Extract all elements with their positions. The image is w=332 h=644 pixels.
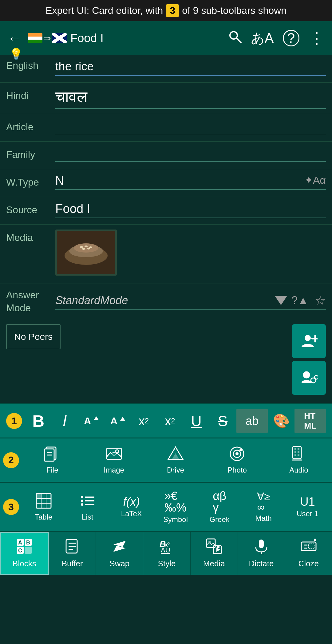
blocks-icon: A B C [16,538,32,556]
math-label: Math [255,514,272,523]
menu-icon[interactable]: ⋮ [309,29,325,47]
photo-button[interactable]: Photo [207,443,267,477]
svg-point-14 [303,372,310,378]
hindi-input[interactable]: चावल [55,88,326,109]
table-button[interactable]: Table [22,490,65,524]
toolbar3-row: 3 Table [0,483,332,531]
svg-rect-42 [298,454,299,456]
media-field-row: Media [0,225,332,284]
swap-button[interactable]: Swap [96,532,143,575]
file-label: File [46,466,58,474]
source-field-row: Source Food I [0,197,332,225]
cloze-button[interactable]: Cloze [285,532,332,575]
svg-line-17 [314,378,316,379]
svg-point-52 [81,500,83,502]
math-button[interactable]: ∀≥∞ Math [242,488,285,526]
svg-point-6 [80,246,83,248]
font-up-button[interactable]: A [78,409,104,433]
deck-name[interactable]: Food I [70,32,104,45]
svg-rect-39 [294,451,296,453]
notification-text-before: Expert UI: Card editor, with [45,5,163,16]
wtype-magic-icon[interactable]: ✦Aα [304,174,326,186]
add-peer-button[interactable] [292,324,326,358]
link-peer-button[interactable] [292,361,326,395]
user1-icon: U1 [300,496,315,508]
svg-point-54 [81,503,83,506]
family-input[interactable] [55,147,326,162]
svg-point-75 [217,546,219,548]
list-button[interactable]: List [66,490,109,524]
palette-button[interactable]: 🎨 [268,409,295,433]
wtype-label: W.Type [6,174,55,188]
audio-button[interactable]: Audio [269,443,329,477]
toolbar3-badge: 3 [3,499,19,515]
back-button[interactable]: ← [7,30,22,46]
answer-mode-input[interactable]: StandardMode ?▲ ☆ [55,293,326,310]
answer-mode-row: AnswerMode StandardMode ?▲ ☆ [0,284,332,319]
english-value[interactable]: the rice [55,60,326,73]
toolbar2-row: 2 File [0,438,332,482]
translate-icon[interactable]: あA [251,29,274,47]
greek-icon: αβγ [213,490,226,513]
latex-label: LaTeX [121,509,142,518]
html-button[interactable]: HTML [294,409,326,433]
svg-point-9 [82,248,85,250]
help-icon[interactable]: ? [283,30,299,46]
favorite-icon[interactable]: ☆ [315,293,326,308]
answer-mode-label: AnswerMode [6,289,55,314]
svg-rect-49 [36,493,41,498]
font-down-button[interactable]: A [104,409,131,433]
buffer-icon [64,538,80,556]
dictate-button[interactable]: Dictate [238,532,285,575]
answer-mode-value[interactable]: StandardMode [55,294,275,307]
hindi-value[interactable]: चावल [55,88,326,106]
style-button[interactable]: B x 2 AU Style [143,532,191,575]
media-image[interactable] [55,230,117,276]
search-icon[interactable] [228,30,242,46]
notification-bar: Expert UI: Card editor, with 3 of 9 sub-… [0,0,332,21]
symbol-button[interactable]: »€‰% Symbol [154,487,197,527]
article-field-row: Article [0,114,332,142]
no-peers-button[interactable]: No Peers [6,324,61,349]
italic-button[interactable]: I [52,409,78,433]
subscript-button[interactable]: x2 [157,409,183,433]
media-bottom-button[interactable]: Media [191,532,238,575]
toolbar1-badge: 1 [6,413,22,429]
dropdown-icon[interactable] [275,296,287,305]
symbol-label: Symbol [163,515,188,524]
answer-mode-icons: ?▲ ☆ [291,293,326,308]
svg-point-10 [87,248,90,249]
blocks-button[interactable]: A B C Blocks [0,532,49,575]
image-button[interactable]: Image [84,443,144,477]
source-value[interactable]: Food I [55,202,326,216]
greek-button[interactable]: αβγ Greek [198,487,241,527]
style-icon: B x 2 AU [159,538,175,556]
underline-button[interactable]: U [183,409,210,433]
strikethrough-button[interactable]: S [209,409,236,433]
cloze-label: Cloze [298,559,318,568]
superscript-button[interactable]: x2 [131,409,157,433]
font-color-button[interactable]: ab [236,409,268,433]
bold-button[interactable]: B [25,409,52,433]
drive-label: Drive [167,466,184,474]
file-icon [44,446,60,464]
article-label: Article [6,119,55,133]
svg-rect-38 [298,448,299,450]
drive-button[interactable]: Drive [145,443,206,477]
buffer-button[interactable]: Buffer [49,532,96,575]
svg-point-7 [85,245,88,247]
wtype-value[interactable]: N [55,174,326,187]
latex-button[interactable]: f(x) LaTeX [110,493,153,521]
english-input[interactable]: the rice [55,60,326,76]
file-button[interactable]: File [22,443,82,477]
media-container [55,230,326,279]
source-input[interactable]: Food I [55,202,326,218]
difficulty-icon[interactable]: ?▲ [291,294,309,307]
image-icon [106,446,122,464]
svg-rect-36 [293,446,301,459]
wtype-input[interactable]: N ✦Aα [55,174,326,190]
user1-button[interactable]: U1 User 1 [286,493,329,521]
svg-text:AU: AU [161,546,170,554]
svg-text:B: B [26,540,30,546]
article-input[interactable] [55,119,326,134]
